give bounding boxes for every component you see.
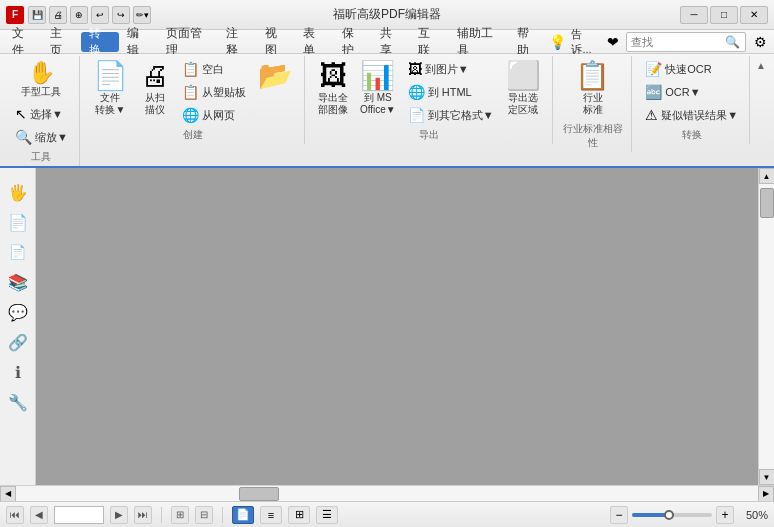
hand-tool-button[interactable]: ✋ 手型工具	[10, 58, 73, 102]
folder-button[interactable]: 📂	[253, 58, 298, 96]
zoom-in-button[interactable]: +	[716, 506, 734, 524]
nav-icon-1[interactable]: ⊞	[171, 506, 189, 524]
save-icon[interactable]: 💾	[28, 6, 46, 24]
sidebar-page-tool[interactable]: 📄	[4, 208, 32, 236]
menu-home[interactable]: 主页	[42, 32, 80, 52]
nav-icon-2[interactable]: ⊟	[195, 506, 213, 524]
zoom-out-button[interactable]: −	[610, 506, 628, 524]
scroll-up-button[interactable]: ▲	[759, 168, 775, 184]
zoom-tool-button[interactable]: 🔍 缩放▼	[10, 126, 73, 148]
scroll-thumb[interactable]	[760, 188, 774, 218]
menu-form[interactable]: 表单	[295, 32, 333, 52]
clipboard-label: 从塑贴板	[202, 85, 246, 100]
ribbon-collapse-button[interactable]: ▲	[754, 58, 768, 73]
menu-convert[interactable]: 转换	[81, 32, 119, 52]
menu-annotate[interactable]: 注释	[218, 32, 256, 52]
ribbon-content: ✋ 手型工具 ↖ 选择▼ 🔍 缩放▼ 工具	[4, 56, 770, 166]
standard-group-label: 行业标准相容性	[561, 120, 626, 152]
tools-items: ✋ 手型工具 ↖ 选择▼ 🔍 缩放▼	[10, 58, 73, 148]
scan-button[interactable]: 🖨 从扫描仪	[135, 58, 175, 120]
webpage-label: 从网页	[202, 108, 235, 123]
redo-icon[interactable]: ↪	[112, 6, 130, 24]
zoom-slider[interactable]	[632, 513, 712, 517]
view-spread-button[interactable]: ☰	[316, 506, 338, 524]
scan-label: 从扫描仪	[145, 92, 165, 116]
export-region-button[interactable]: ⬜ 导出选定区域	[501, 58, 546, 120]
to-html-button[interactable]: 🌐 到 HTML	[403, 81, 499, 103]
standard-icon: 📋	[575, 62, 610, 90]
page-input[interactable]: 1 / 1	[54, 506, 104, 524]
menu-help[interactable]: 帮助	[509, 32, 547, 52]
undo-icon[interactable]: ↩	[91, 6, 109, 24]
file-convert-label: 文件转换▼	[95, 92, 125, 116]
ocr-icon: 🔤	[645, 84, 662, 100]
standard-button[interactable]: 📋 行业标准	[570, 58, 615, 120]
sidebar-info-tool[interactable]: ℹ	[4, 358, 32, 386]
clipboard-button[interactable]: 📋 从塑贴板	[177, 81, 251, 103]
menu-view[interactable]: 视图	[257, 32, 295, 52]
file-convert-button[interactable]: 📄 文件转换▼	[88, 58, 133, 120]
to-image-button[interactable]: 🖼 到图片▼	[403, 58, 499, 80]
view-grid-button[interactable]: ⊞	[288, 506, 310, 524]
status-bar: ⏮ ◀ 1 / 1 ▶ ⏭ ⊞ ⊟ 📄 ≡ ⊞ ☰ − + 50%	[0, 501, 774, 527]
lightbulb-icon[interactable]: 💡	[548, 31, 568, 53]
view-scroll-button[interactable]: ≡	[260, 506, 282, 524]
prev-page-button[interactable]: ◀	[30, 506, 48, 524]
action-icon1[interactable]: ⊕	[70, 6, 88, 24]
export-images-label: 导出全部图像	[318, 92, 348, 116]
export-images-icon: 🖼	[319, 62, 347, 90]
maximize-button[interactable]: □	[710, 6, 738, 24]
view-single-button[interactable]: 📄	[232, 506, 254, 524]
search-input[interactable]	[631, 36, 721, 48]
ocr-button[interactable]: 🔤 OCR▼	[640, 81, 743, 103]
webpage-icon: 🌐	[182, 107, 199, 123]
sidebar-comment-tool[interactable]: 💬	[4, 298, 32, 326]
bottom-scrollbar: ◀ ▶	[0, 485, 774, 501]
export-images-button[interactable]: 🖼 导出全部图像	[313, 58, 353, 120]
sidebar-link-tool[interactable]: 🔗	[4, 328, 32, 356]
menu-file[interactable]: 文件	[4, 32, 42, 52]
to-html-label: 到 HTML	[428, 85, 472, 100]
scroll-left-button[interactable]: ◀	[0, 486, 16, 502]
scroll-right-button[interactable]: ▶	[758, 486, 774, 502]
h-scroll-thumb[interactable]	[239, 487, 279, 501]
zoom-slider-thumb[interactable]	[664, 510, 674, 520]
create-group-label: 创建	[88, 126, 298, 144]
print-icon[interactable]: 🖨	[49, 6, 67, 24]
sidebar-top-spacer	[0, 172, 35, 176]
sidebar-settings-tool[interactable]: 🔧	[4, 388, 32, 416]
status-divider-1	[161, 507, 162, 523]
menu-edit[interactable]: 编辑	[119, 32, 157, 52]
app-layout: F 💾 🖨 ⊕ ↩ ↪ ✏▾ 福昕高级PDF编辑器 ─ □ ✕ 文件 主页 转换…	[0, 0, 774, 527]
menu-assist[interactable]: 辅助工具	[449, 32, 510, 52]
menu-protect[interactable]: 保护	[334, 32, 372, 52]
webpage-button[interactable]: 🌐 从网页	[177, 104, 251, 126]
quick-ocr-icon: 📝	[645, 61, 662, 77]
sidebar-layer-tool[interactable]: 📄	[4, 238, 32, 266]
to-image-label: 到图片▼	[425, 62, 469, 77]
minimize-button[interactable]: ─	[680, 6, 708, 24]
sidebar-bookmark-tool[interactable]: 📚	[4, 268, 32, 296]
to-other-button[interactable]: 📄 到其它格式▼	[403, 104, 499, 126]
sidebar-hand-tool[interactable]: 🖐	[4, 178, 32, 206]
first-page-button[interactable]: ⏮	[6, 506, 24, 524]
ocr-errors-button[interactable]: ⚠ 疑似错误结果▼	[640, 104, 743, 126]
select-tool-button[interactable]: ↖ 选择▼	[10, 103, 73, 125]
menu-connect[interactable]: 互联	[410, 32, 448, 52]
last-page-button[interactable]: ⏭	[134, 506, 152, 524]
file-icon: 📄	[93, 62, 128, 90]
blank-button[interactable]: 📋 空白	[177, 58, 251, 80]
favorite-icon[interactable]: ❤	[603, 31, 623, 53]
close-button[interactable]: ✕	[740, 6, 768, 24]
quick-ocr-button[interactable]: 📝 快速OCR	[640, 58, 743, 80]
scroll-down-button[interactable]: ▼	[759, 469, 775, 485]
menu-share[interactable]: 共享	[372, 32, 410, 52]
search-icon[interactable]: 🔍	[725, 35, 740, 49]
extra-icon[interactable]: ✏▾	[133, 6, 151, 24]
next-page-button[interactable]: ▶	[110, 506, 128, 524]
settings-icon[interactable]: ⚙	[750, 31, 770, 53]
menu-page-manage[interactable]: 页面管理	[158, 32, 219, 52]
export-ms-button[interactable]: 📊 到 MSOffice▼	[355, 58, 401, 120]
quick-access-toolbar: 💾 🖨 ⊕ ↩ ↪ ✏▾	[28, 6, 151, 24]
quick-ocr-label: 快速OCR	[665, 62, 711, 77]
